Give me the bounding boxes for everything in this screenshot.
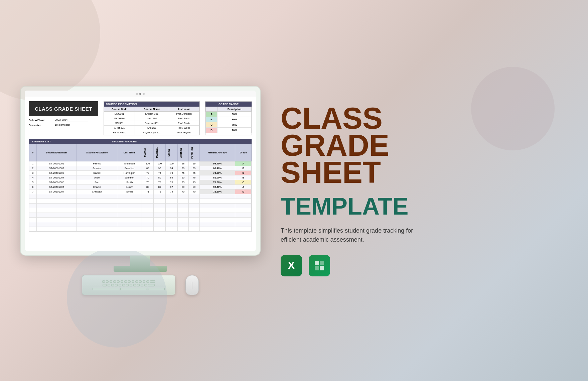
school-year-value: 2023-2024 (55, 118, 88, 122)
table-row: ART5301Arts 201Prof. Wood (104, 126, 199, 130)
table-row: 3ST-20501003DanielHarrington727676757574… (29, 170, 252, 175)
table-row: C75% (206, 122, 252, 128)
monitor-screen: CLASS GRADE SHEET School Year: 2023-2024… (25, 91, 256, 251)
table-row: B80% (206, 117, 252, 122)
grade-range-table: Description A90%B80%C75%D70% (205, 107, 252, 133)
col-instructor: Instructor (169, 107, 199, 112)
description: This template simplifies student grade t… (281, 226, 421, 244)
mouse (185, 275, 199, 295)
empty-row (29, 194, 252, 199)
table-row: ENG101English 101Prof. Johnson (104, 112, 199, 116)
table-row: 6ST-20501006CharlieBrown898997899992.60%… (29, 184, 252, 189)
grid-cell (315, 261, 319, 265)
empty-row (29, 227, 252, 231)
sheets-grid (315, 261, 324, 270)
student-section: STUDENT LIST STUDENT GRADES #Student ID … (29, 139, 252, 232)
excel-icon: X (281, 255, 302, 276)
empty-row (29, 203, 252, 208)
col-course-code: Course Code (104, 107, 135, 112)
empty-row (29, 208, 252, 213)
grade-range-block: GRADE RANGE Description A90%B80%C75%D70 (205, 101, 252, 135)
sheet-title: CLASS GRADE SHEET (29, 101, 98, 116)
semester-value: 1st semester (55, 123, 88, 127)
empty-row (29, 222, 252, 227)
student-grades-header: STUDENT GRADES (109, 139, 252, 144)
grade-range-header: GRADE RANGE (205, 102, 252, 107)
table-row: PSYCH301Psychology 301Prof. Bryant (104, 130, 199, 135)
mouse-line (192, 282, 192, 289)
col-grade (206, 107, 217, 112)
empty-row (29, 199, 252, 203)
monitor-frame: CLASS GRADE SHEET School Year: 2023-2024… (20, 86, 261, 256)
student-table: #Student ID NumberStudent First NameLast… (29, 144, 252, 232)
excel-x: X (288, 259, 295, 272)
google-sheets-icon (309, 255, 330, 276)
course-info-table: Course Code Course Name Instructor ENG10… (104, 107, 199, 135)
student-list-header: STUDENT LIST (29, 139, 109, 144)
table-row: 1ST-20501001PatrickAnderson1001001009899… (29, 161, 252, 166)
col-description: Description (217, 107, 252, 112)
icon-row: X (281, 255, 568, 276)
semester-label: Semester: (29, 124, 52, 127)
spreadsheet-content: CLASS GRADE SHEET School Year: 2023-2024… (25, 97, 256, 251)
table-row: 4ST-20501004AliceJohnson708089907681.00%… (29, 175, 252, 180)
subtitle: TEMPLATE (281, 194, 568, 218)
student-section-header: STUDENT LIST STUDENT GRADES (29, 139, 252, 144)
table-row: 2ST-20501002JessicaBeaulieu899094708986.… (29, 166, 252, 170)
semester-row: Semester: 1st semester (29, 123, 98, 127)
col-course-name: Course Name (135, 107, 169, 112)
grid-cell (320, 261, 324, 265)
dot-2 (139, 93, 141, 95)
empty-row (29, 213, 252, 217)
title-line3: SHEET (281, 159, 568, 186)
course-info-header: COURSE INFORMATION (104, 102, 199, 107)
table-row: A90% (206, 112, 252, 117)
dot-3 (143, 93, 145, 95)
grid-cell (320, 266, 324, 270)
school-info: School Year: 2023-2024 Semester: 1st sem… (29, 118, 98, 128)
school-year-label: School Year: (29, 119, 52, 122)
table-row: 7ST-20501007ChristianSmith717674707072.2… (29, 189, 252, 194)
dot-1 (136, 93, 138, 95)
monitor-top-bar (25, 91, 256, 97)
empty-row (29, 217, 252, 222)
table-row: SCI301Science 301Prof. Davis (104, 121, 199, 126)
sheet-header: CLASS GRADE SHEET School Year: 2023-2024… (29, 101, 252, 135)
table-row: MATH201Math 201Prof. Smith (104, 116, 199, 121)
table-row: 5ST-20501005BobSmith757575757575.00%C (29, 180, 252, 184)
school-year-row: School Year: 2023-2024 (29, 118, 98, 122)
grid-cell (315, 266, 319, 270)
course-info-block: COURSE INFORMATION Course Code Course Na… (104, 101, 200, 135)
table-row: D70% (206, 128, 252, 133)
